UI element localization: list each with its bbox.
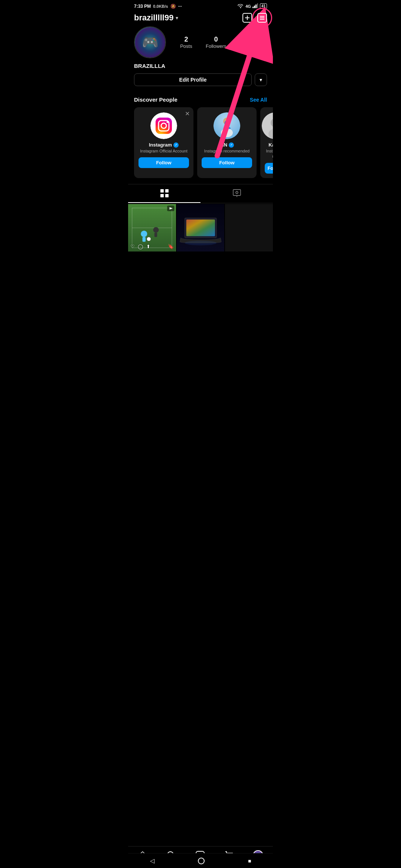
instagram-name-row: Instagram ✓ [149,142,179,148]
discover-people-header: Discover People See All [128,96,273,107]
menu-button-wrapper [257,13,267,23]
signal-icon: 4G [245,4,251,9]
person-card-mn: 👤 MN ✓ Instagram recommended Follow [197,107,257,178]
instagram-name: Instagram [149,142,172,148]
mn-verified: ✓ [229,142,234,148]
share-icon: ⬆ [146,244,150,249]
follow-instagram-button[interactable]: Follow [138,157,189,168]
followers-count: 0 [214,36,218,43]
svg-text:👤: 👤 [222,120,232,129]
add-post-button[interactable] [242,13,252,23]
wifi-icon [237,3,244,9]
avatar-image: 🎮 [135,27,165,57]
chevron-down-icon: ▾ [260,77,262,83]
comment-icon: ◯ [138,244,143,249]
mute-icon: 🔕 [170,4,176,9]
svg-point-36 [153,227,159,233]
post-item-football[interactable]: ♡ ◯ ⬆ 🔖 [128,204,176,252]
svg-rect-1 [254,6,255,8]
mn-avatar: 👤 [213,112,240,139]
status-bar: 7:33 PM 0.0KB/s 🔕 ··· 4G 41 [128,0,273,11]
svg-rect-2 [255,4,257,8]
signal-bars [252,3,258,9]
mn-avatar-img: 👤 [213,112,240,139]
status-left: 7:33 PM 0.0KB/s 🔕 ··· [134,4,182,9]
svg-rect-35 [143,237,146,242]
avatar[interactable]: 🎮 [134,26,166,58]
following-count: 2 [248,36,252,43]
chevron-down-icon[interactable]: ▾ [176,15,178,21]
followers-stat[interactable]: 0 Followers [206,36,226,49]
profile-section: 🎮 2 Posts 0 Followers 2 Following [128,26,273,96]
grid-icon [160,189,169,198]
follow-kanik-button[interactable]: Follow [265,163,273,174]
svg-rect-0 [252,7,254,8]
instagram-logo [150,112,177,139]
svg-point-16 [167,121,169,123]
svg-point-19 [221,128,233,137]
svg-rect-3 [257,3,258,8]
data-speed: 0.0KB/s [153,4,168,9]
discover-people-scroll[interactable]: ✕ [128,107,273,184]
svg-text:🎮: 🎮 [142,34,159,50]
person-card-kanik: Kanik Instagram rec Follow [260,107,273,178]
see-all-button[interactable]: See All [250,97,267,103]
svg-rect-37 [154,233,157,237]
posts-grid: ♡ ◯ ⬆ 🔖 [128,204,273,252]
username-row: brazilllll99 ▾ [134,13,178,23]
tagged-icon [232,189,241,198]
battery-indicator: 41 [260,3,267,9]
status-right: 4G 41 [237,3,267,9]
following-label: Following [240,43,260,49]
person-card-instagram: ✕ [134,107,193,178]
time: 7:33 PM [134,4,151,9]
kanik-name: Kanik [268,142,273,148]
tab-tagged[interactable] [200,184,273,203]
svg-point-44 [185,240,216,245]
profile-buttons: Edit Profile ▾ [134,73,267,86]
mn-desc: Instagram recommended [204,148,250,154]
svg-rect-24 [160,189,164,193]
bookmark-icon: 🔖 [168,244,174,249]
svg-point-38 [147,237,151,241]
like-icon: ♡ [130,244,135,249]
username: brazilllll99 [134,13,173,23]
stats-row: 2 Posts 0 Followers 2 Following [173,36,267,49]
svg-point-29 [236,191,238,194]
mn-name: MN [220,142,227,148]
instagram-desc: Instagram Official Account [140,148,188,154]
display-name: BRAZILLLA [134,63,267,69]
posts-stat[interactable]: 2 Posts [180,36,192,49]
profile-dropdown-button[interactable]: ▾ [255,73,267,86]
kanik-desc: Instagram rec [265,148,273,159]
tab-grid[interactable] [128,184,200,203]
svg-point-34 [141,230,147,237]
svg-rect-25 [165,189,169,193]
profile-row: 🎮 2 Posts 0 Followers 2 Following [134,26,267,58]
post-item-laptop[interactable] [177,204,225,252]
kanik-avatar-img [262,112,273,139]
svg-rect-43 [186,219,215,236]
more-icon: ··· [178,4,182,9]
mn-name-row: MN ✓ [220,142,234,148]
discover-title: Discover People [134,96,177,103]
menu-button[interactable] [257,13,267,23]
post-actions: ♡ ◯ ⬆ [130,244,150,249]
instagram-verified: ✓ [173,142,179,148]
kanik-avatar [262,112,273,139]
posts-count: 2 [184,36,188,43]
svg-rect-28 [233,190,241,195]
svg-rect-27 [165,194,169,197]
followers-label: Followers [206,43,226,49]
app-header: brazilllll99 ▾ [128,11,273,26]
post-tabs [128,184,273,203]
post-item-empty [225,204,273,252]
following-stat[interactable]: 2 Following [240,36,260,49]
follow-mn-button[interactable]: Follow [202,157,252,168]
header-icons [242,13,267,23]
svg-rect-26 [160,194,164,197]
close-instagram-card[interactable]: ✕ [185,110,190,117]
instagram-avatar [150,112,177,139]
posts-label: Posts [180,43,192,49]
edit-profile-button[interactable]: Edit Profile [134,73,252,86]
